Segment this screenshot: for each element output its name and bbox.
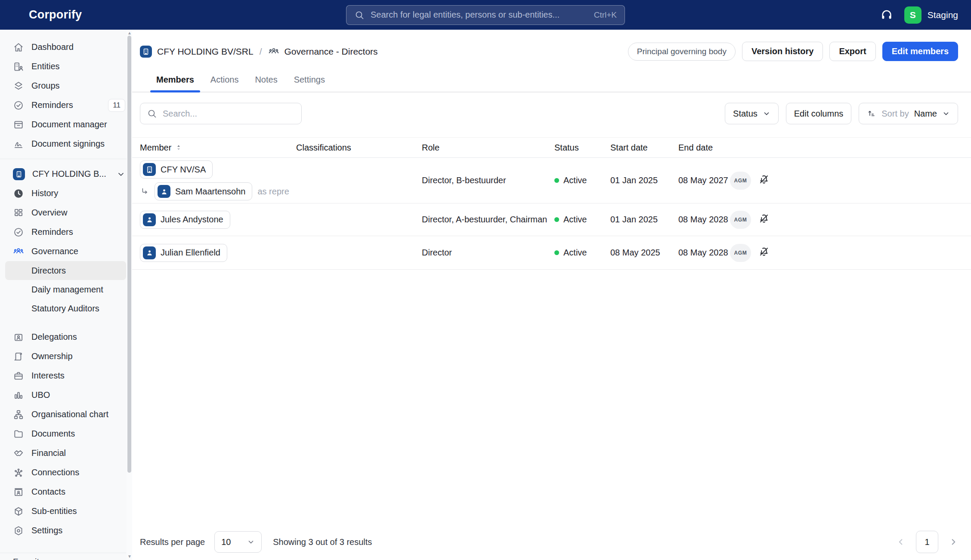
scrollbar-down-arrow[interactable]: ▼ xyxy=(127,554,131,559)
sidebar-item-contacts[interactable]: Contacts xyxy=(0,482,132,502)
sort-arrows-icon xyxy=(175,144,182,151)
previous-page-button[interactable] xyxy=(896,537,906,547)
sidebar-entity-name: CFY HOLDING B... xyxy=(32,169,106,179)
sidebar-item-entity-reminders[interactable]: Reminders xyxy=(0,222,132,242)
member-name: Julian Ellenfield xyxy=(161,248,220,258)
settings-icon xyxy=(13,525,24,536)
cell-status: Active xyxy=(554,175,610,185)
table-row: Julian Ellenfield Director Active 08 May… xyxy=(132,236,971,270)
document-manager-icon xyxy=(13,119,24,130)
sidebar-item-overview[interactable]: Overview xyxy=(0,203,132,222)
bell-slash-icon[interactable] xyxy=(758,213,770,224)
global-search[interactable]: Ctrl+K xyxy=(346,5,625,25)
column-header-start-date: Start date xyxy=(610,143,678,153)
agm-badge: AGM xyxy=(730,172,751,190)
edit-members-button[interactable]: Edit members xyxy=(882,42,958,61)
column-header-classifications: Classifications xyxy=(296,143,422,153)
cell-start-date: 08 May 2025 xyxy=(610,248,678,258)
sidebar-item-reminders[interactable]: Reminders 11 xyxy=(0,95,132,115)
export-button[interactable]: Export xyxy=(829,42,875,61)
sidebar-item-governance[interactable]: Governance xyxy=(0,242,132,261)
representative-chip-person[interactable]: Sam Maartensohn xyxy=(155,182,252,200)
connections-network-icon xyxy=(13,467,24,478)
sidebar-item-statutory-auditors[interactable]: Statutory Auditors xyxy=(0,299,132,318)
sidebar-scrollbar-thumb[interactable] xyxy=(127,36,131,473)
scrollbar-up-arrow[interactable]: ▲ xyxy=(127,31,131,35)
member-chip-entity[interactable]: CFY NV/SA xyxy=(140,160,213,178)
status-dot xyxy=(554,217,559,222)
status-dot xyxy=(554,250,559,255)
edit-columns-label: Edit columns xyxy=(794,109,844,119)
brand-name: Corporify xyxy=(29,8,82,22)
cube-icon xyxy=(13,506,24,517)
sidebar-item-financial[interactable]: Financial xyxy=(0,443,132,463)
tab-actions[interactable]: Actions xyxy=(204,71,245,92)
status-badge: Active xyxy=(563,175,587,185)
sidebar-item-settings[interactable]: Settings xyxy=(0,521,132,540)
member-chip-person[interactable]: Julian Ellenfield xyxy=(140,244,227,262)
sidebar-favorites-section[interactable]: Favorites xyxy=(0,553,126,560)
sidebar-item-ubo[interactable]: UBO xyxy=(0,385,132,405)
sort-by-dropdown[interactable]: Sort by Name xyxy=(859,103,958,124)
entity-avatar-icon xyxy=(13,168,25,180)
sidebar-item-document-manager[interactable]: Document manager xyxy=(0,115,132,134)
briefcase-icon xyxy=(13,370,24,382)
search-icon xyxy=(147,108,157,119)
page-number-button[interactable]: 1 xyxy=(916,531,938,553)
sidebar-item-groups[interactable]: Groups xyxy=(0,76,132,95)
sidebar-item-document-signings[interactable]: Document signings xyxy=(0,134,132,154)
sidebar-item-label: Governance xyxy=(31,246,78,256)
sidebar-item-label: Delegations xyxy=(31,332,77,342)
results-per-page-select[interactable]: 10 xyxy=(214,531,262,553)
sidebar-item-sub-entities[interactable]: Sub-entities xyxy=(0,502,132,521)
sidebar-item-label: Interests xyxy=(31,371,65,381)
showing-results-text: Showing 3 out of 3 results xyxy=(273,537,372,547)
version-history-button[interactable]: Version history xyxy=(742,42,823,61)
next-page-button[interactable] xyxy=(949,537,958,547)
principal-governing-body-chip: Principal governing body xyxy=(628,43,736,61)
user-avatar[interactable]: S xyxy=(904,6,922,24)
sidebar-entity-switcher[interactable]: CFY HOLDING B... xyxy=(0,164,132,184)
column-header-member[interactable]: Member xyxy=(140,143,296,153)
sidebar-item-label: Entities xyxy=(31,62,60,71)
sidebar-item-interests[interactable]: Interests xyxy=(0,366,132,385)
sidebar-item-directors[interactable]: Directors xyxy=(5,261,126,280)
status-badge: Active xyxy=(563,215,587,225)
entity-icon xyxy=(140,46,152,58)
sidebar-divider xyxy=(0,159,132,159)
status-filter-dropdown[interactable]: Status xyxy=(725,103,779,124)
sidebar-item-daily-management[interactable]: Daily management xyxy=(0,280,132,299)
sidebar-item-connections[interactable]: Connections xyxy=(0,463,132,482)
tab-members[interactable]: Members xyxy=(150,71,200,92)
sidebar-item-documents[interactable]: Documents xyxy=(0,424,132,443)
tab-bar: Members Actions Notes Settings xyxy=(132,71,971,92)
global-search-input[interactable] xyxy=(371,10,588,20)
edit-columns-button[interactable]: Edit columns xyxy=(786,103,852,124)
sidebar-item-delegations[interactable]: Delegations xyxy=(0,327,132,347)
sidebar-item-label: Groups xyxy=(31,81,60,91)
search-shortcut: Ctrl+K xyxy=(594,10,617,20)
members-search[interactable] xyxy=(140,103,302,124)
sidebar-item-ownership[interactable]: Ownership xyxy=(0,347,132,366)
sidebar-item-label: Documents xyxy=(31,429,75,439)
bell-slash-icon[interactable] xyxy=(758,246,770,257)
sidebar-item-dashboard[interactable]: Dashboard xyxy=(0,37,132,57)
breadcrumb-page-title: Governance - Directors xyxy=(284,46,378,57)
tab-settings[interactable]: Settings xyxy=(288,71,331,92)
sidebar-item-label: Organisational chart xyxy=(31,409,108,419)
sidebar-scrollbar[interactable]: ▲ ▼ xyxy=(127,30,132,560)
member-chip-person[interactable]: Jules Andystone xyxy=(140,211,230,229)
breadcrumb-entity-link[interactable]: CFY HOLDING BV/SRL xyxy=(157,46,254,57)
members-search-input[interactable] xyxy=(163,109,295,119)
history-icon xyxy=(13,188,24,199)
representative-note: as repre xyxy=(257,187,289,197)
entities-icon xyxy=(13,61,24,72)
sidebar-item-entities[interactable]: Entities xyxy=(0,57,132,76)
sidebar-item-organisational-chart[interactable]: Organisational chart xyxy=(0,405,132,424)
sidebar-item-history[interactable]: History xyxy=(0,184,132,203)
tab-notes[interactable]: Notes xyxy=(249,71,283,92)
headset-icon[interactable] xyxy=(880,9,893,22)
member-name: Jules Andystone xyxy=(161,215,223,225)
bell-slash-icon[interactable] xyxy=(758,174,770,185)
brand[interactable]: Corporify xyxy=(13,8,82,22)
